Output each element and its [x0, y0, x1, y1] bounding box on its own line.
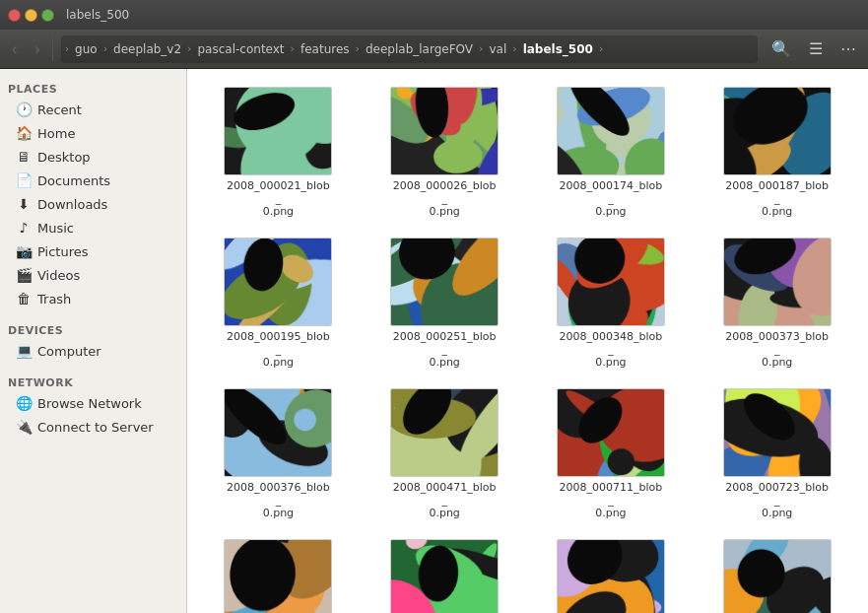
list-view-button[interactable]: ☰ — [801, 35, 831, 62]
sidebar-label-music: Music — [37, 221, 74, 236]
breadcrumb-labels500[interactable]: labels_500 — [519, 40, 597, 58]
breadcrumb: › guo › deeplab_v2 › pascal-context › fe… — [61, 35, 758, 63]
breadcrumb-val[interactable]: val — [485, 40, 510, 58]
sidebar-item-pictures[interactable]: 📷 Pictures — [0, 239, 186, 263]
home-icon: 🏠 — [16, 125, 32, 141]
window-controls — [8, 9, 54, 22]
file-thumbnail — [557, 388, 665, 477]
file-item[interactable]: 2008_000251_blob_ 0.png — [366, 232, 524, 375]
minimize-button[interactable] — [25, 9, 37, 22]
sidebar-label-pictures: Pictures — [37, 244, 88, 259]
file-thumbnail — [390, 539, 499, 613]
file-name: 2008_000711_blob_ 0.png — [557, 481, 665, 519]
sidebar: Places 🕐 Recent 🏠 Home 🖥 Desktop 📄 Docum… — [0, 69, 187, 613]
file-name: 2008_000187_blob_ 0.png — [723, 179, 832, 218]
breadcrumb-deeplab-v2[interactable]: deeplab_v2 — [109, 40, 185, 58]
downloads-icon: ⬇ — [16, 196, 32, 212]
file-name: 2008_000251_blob_ 0.png — [390, 330, 499, 369]
sidebar-item-desktop[interactable]: 🖥 Desktop — [0, 145, 186, 169]
computer-icon: 💻 — [16, 343, 32, 359]
file-thumbnail — [557, 87, 665, 175]
sidebar-item-recent[interactable]: 🕐 Recent — [0, 98, 186, 121]
close-button[interactable] — [8, 9, 21, 22]
sidebar-item-documents[interactable]: 📄 Documents — [0, 169, 186, 192]
file-item[interactable]: 2008_000021_blob_ 0.png — [199, 81, 358, 224]
file-name: 2008_000723_blob_ 0.png — [723, 481, 832, 519]
file-item[interactable]: 2008_000348_blob_ 0.png — [532, 232, 691, 375]
file-name: 2008_000376_blob_ 0.png — [224, 481, 332, 519]
toolbar-actions: 🔍 ☰ ⋯ — [764, 35, 864, 62]
file-item[interactable]: 2008_000837_blob_ 0.png — [532, 533, 691, 613]
sidebar-item-downloads[interactable]: ⬇ Downloads — [0, 192, 186, 216]
file-name: 2008_000026_blob_ 0.png — [390, 179, 499, 218]
search-button[interactable]: 🔍 — [764, 35, 799, 62]
file-item[interactable]: 2008_000723_blob_ 0.png — [698, 382, 856, 525]
sidebar-label-home: Home — [37, 126, 75, 141]
breadcrumb-features[interactable]: features — [297, 40, 354, 58]
connect-server-icon: 🔌 — [16, 419, 32, 435]
file-thumbnail — [224, 388, 332, 477]
file-name: 2008_000174_blob_ 0.png — [557, 179, 665, 218]
file-grid: 2008_000021_blob_ 0.png2008_000026_blob_… — [199, 81, 856, 613]
file-name: 2008_000471_blob_ 0.png — [390, 481, 499, 519]
titlebar: labels_500 — [0, 0, 868, 30]
separator — [52, 37, 53, 61]
sidebar-label-desktop: Desktop — [37, 150, 91, 165]
file-thumbnail — [723, 87, 832, 175]
sidebar-item-music[interactable]: ♪ Music — [0, 216, 186, 239]
sidebar-label-connect-server: Connect to Server — [37, 420, 154, 435]
breadcrumb-pascal-context[interactable]: pascal-context — [194, 40, 289, 58]
sidebar-item-videos[interactable]: 🎬 Videos — [0, 263, 186, 287]
file-item[interactable]: 2008_000195_blob_ 0.png — [199, 232, 358, 375]
back-button[interactable]: ‹ — [4, 36, 25, 62]
file-thumbnail — [224, 87, 332, 175]
sidebar-item-home[interactable]: 🏠 Home — [0, 121, 186, 145]
file-item[interactable]: 2008_000376_blob_ 0.png — [199, 382, 358, 525]
recent-icon: 🕐 — [16, 102, 32, 117]
sidebar-label-computer: Computer — [37, 344, 101, 359]
sidebar-label-downloads: Downloads — [37, 197, 107, 212]
sidebar-label-browse-network: Browse Network — [37, 396, 142, 411]
breadcrumb-deeplab-largefov[interactable]: deeplab_largeFOV — [362, 40, 477, 58]
file-thumbnail — [224, 238, 332, 326]
file-item[interactable]: 2008_000373_blob_ 0.png — [698, 232, 856, 375]
file-thumbnail — [557, 539, 665, 613]
sidebar-label-trash: Trash — [37, 292, 71, 306]
sidebar-item-trash[interactable]: 🗑 Trash — [0, 287, 186, 310]
file-item[interactable]: 2008_000828_blob_ 0.png — [366, 533, 524, 613]
grid-view-button[interactable]: ⋯ — [833, 35, 864, 62]
file-name: 2008_000348_blob_ 0.png — [557, 330, 665, 369]
file-thumbnail — [224, 539, 332, 613]
file-item[interactable]: 2008_000806_blob_ 0.png — [199, 533, 358, 613]
sidebar-sep-2 — [0, 363, 186, 371]
toolbar: ‹ › › guo › deeplab_v2 › pascal-context … — [0, 30, 868, 69]
file-item[interactable]: 2008_000711_blob_ 0.png — [532, 382, 691, 525]
sidebar-sep-1 — [0, 310, 186, 318]
sidebar-item-connect-server[interactable]: 🔌 Connect to Server — [0, 415, 186, 439]
file-item[interactable]: 2008_000471_blob_ 0.png — [366, 382, 524, 525]
file-name: 2008_000021_blob_ 0.png — [224, 179, 332, 218]
sidebar-item-computer[interactable]: 💻 Computer — [0, 339, 186, 363]
file-thumbnail — [723, 238, 832, 326]
file-item[interactable]: 2008_000187_blob_ 0.png — [698, 81, 856, 224]
file-name: 2008_000373_blob_ 0.png — [723, 330, 832, 369]
browse-network-icon: 🌐 — [16, 395, 32, 411]
file-thumbnail — [390, 388, 499, 477]
file-thumbnail — [390, 238, 499, 326]
main-area: Places 🕐 Recent 🏠 Home 🖥 Desktop 📄 Docum… — [0, 69, 868, 613]
sidebar-label-videos: Videos — [37, 268, 80, 283]
videos-icon: 🎬 — [16, 267, 32, 283]
file-item[interactable]: 2008_000174_blob_ 0.png — [532, 81, 691, 224]
forward-button[interactable]: › — [27, 36, 47, 62]
file-thumbnail — [723, 388, 832, 477]
file-item[interactable]: 2008_000026_blob_ 0.png — [366, 81, 524, 224]
file-item[interactable]: 2008_000908_blob_ 0.png — [698, 533, 856, 613]
file-thumbnail — [557, 238, 665, 326]
file-thumbnail — [723, 539, 832, 613]
devices-header: Devices — [0, 318, 186, 339]
sidebar-label-documents: Documents — [37, 173, 110, 188]
sidebar-item-browse-network[interactable]: 🌐 Browse Network — [0, 391, 186, 415]
maximize-button[interactable] — [41, 9, 54, 22]
breadcrumb-guo[interactable]: guo — [71, 40, 101, 58]
file-name: 2008_000195_blob_ 0.png — [224, 330, 332, 369]
